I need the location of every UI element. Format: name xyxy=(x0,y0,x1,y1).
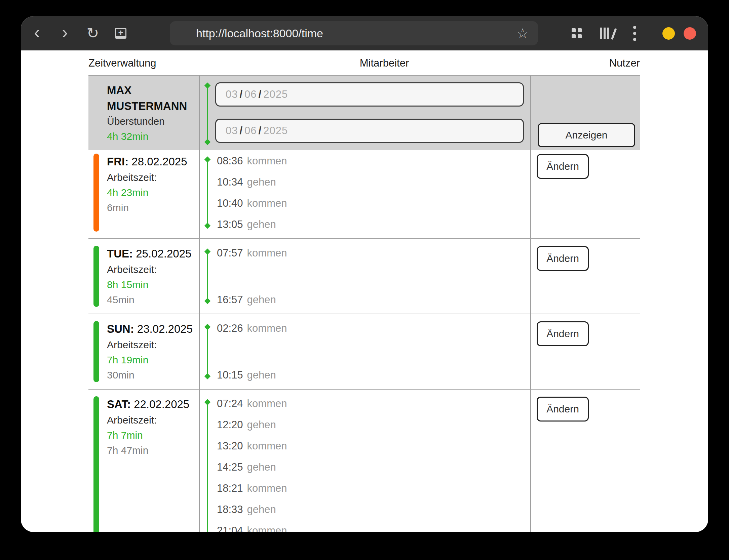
entry-type: kommen xyxy=(247,197,287,209)
day-date: 23.02.2025 xyxy=(137,323,193,335)
date-to-day: 06 xyxy=(244,125,257,137)
menu-kebab-button[interactable] xyxy=(633,26,636,41)
time-entry: 02:26kommen xyxy=(200,318,530,339)
entry-time: 18:21 xyxy=(217,482,243,494)
time-entry: 14:25gehen xyxy=(200,456,530,478)
entry-time: 12:20 xyxy=(217,419,243,431)
time-entries: 02:26kommen10:15gehen xyxy=(200,318,530,386)
tab-overview-button[interactable] xyxy=(572,28,582,38)
day-timeline xyxy=(207,251,208,302)
day-row: TUE: 25.02.2025 Arbeitszeit: 8h 15min 45… xyxy=(88,239,640,314)
day-timeline xyxy=(207,326,208,377)
pause-value: 6min xyxy=(107,200,199,215)
entry-type: kommen xyxy=(247,247,287,259)
nav-mitarbeiter[interactable]: Mitarbeiter xyxy=(360,57,409,69)
aendern-button[interactable]: Ändern xyxy=(537,321,589,346)
day-date: 25.02.2025 xyxy=(136,247,191,260)
time-entry: 13:05gehen xyxy=(200,214,530,235)
date-to-month: 03 xyxy=(226,125,238,137)
time-entry: 16:57gehen xyxy=(200,289,530,310)
entry-type: kommen xyxy=(247,398,287,410)
worktime-value: 7h 7min xyxy=(107,428,199,443)
entry-time: 16:57 xyxy=(217,294,243,306)
filter-action-cell: Anzeigen xyxy=(530,76,640,150)
entry-time: 14:25 xyxy=(217,461,243,473)
bookmark-star-button[interactable]: ☆ xyxy=(516,27,529,40)
date-to-year: 2025 xyxy=(263,125,288,137)
time-table: MAX MUSTERMANN Überstunden 4h 32min 03/0… xyxy=(88,75,640,532)
aendern-button[interactable]: Ändern xyxy=(537,397,589,422)
entry-type: gehen xyxy=(247,504,276,516)
time-entry: 07:24kommen xyxy=(200,393,530,414)
date-from-day: 06 xyxy=(244,88,257,101)
day-row: SAT: 22.02.2025 Arbeitszeit: 7h 7min 7h … xyxy=(88,390,640,532)
worktime-label: Arbeitszeit: xyxy=(107,337,199,353)
date-from-month: 03 xyxy=(226,88,238,101)
anzeigen-button[interactable]: Anzeigen xyxy=(538,123,635,147)
day-title: TUE: 25.02.2025 xyxy=(107,246,199,262)
day-summary-cell: TUE: 25.02.2025 Arbeitszeit: 8h 15min 45… xyxy=(88,239,199,314)
minimize-button[interactable] xyxy=(662,27,675,40)
employee-name-line2: MUSTERMANN xyxy=(107,98,199,114)
time-entry: 08:36kommen xyxy=(200,150,530,171)
nav-zeitverwaltung[interactable]: Zeitverwaltung xyxy=(88,57,156,69)
pause-value: 30min xyxy=(107,367,199,383)
page-content: Zeitverwaltung Mitarbeiter Nutzer MAX MU… xyxy=(21,50,708,532)
day-action-cell: Ändern xyxy=(530,239,640,314)
day-summary-cell: SAT: 22.02.2025 Arbeitszeit: 7h 7min 7h … xyxy=(88,390,199,532)
entry-time: 10:40 xyxy=(217,197,243,209)
overtime-label: Überstunden xyxy=(107,114,199,129)
library-button[interactable] xyxy=(600,28,613,39)
entry-time: 13:20 xyxy=(217,440,243,452)
overtime-value: 4h 32min xyxy=(107,129,199,144)
entry-type: kommen xyxy=(247,155,287,167)
browser-window: ‹ › ↻ + http://localhost:8000/time ☆ xyxy=(21,16,708,532)
time-entries-cell: 07:24kommen12:20gehen13:20kommen14:25geh… xyxy=(199,390,530,532)
back-button[interactable]: ‹ xyxy=(26,21,48,45)
entry-type: gehen xyxy=(247,218,276,231)
new-tab-button[interactable]: + xyxy=(110,21,132,45)
reload-button[interactable]: ↻ xyxy=(82,21,104,45)
time-entries: 07:57kommen16:57gehen xyxy=(200,242,530,310)
worktime-label: Arbeitszeit: xyxy=(107,170,199,185)
time-entry: 10:15gehen xyxy=(200,364,530,386)
entry-time: 10:34 xyxy=(217,176,243,188)
entry-type: gehen xyxy=(247,461,276,473)
day-action-cell: Ändern xyxy=(530,147,640,238)
close-button[interactable] xyxy=(684,27,696,40)
entry-time: 18:33 xyxy=(217,504,243,516)
nav-nutzer[interactable]: Nutzer xyxy=(609,57,640,69)
day-row: FRI: 28.02.2025 Arbeitszeit: 4h 23min 6m… xyxy=(88,147,640,239)
pause-value: 45min xyxy=(107,292,199,308)
time-entry: 07:57kommen xyxy=(200,242,530,264)
worktime-status-bar xyxy=(93,396,99,532)
time-entry: 18:33gehen xyxy=(200,499,530,520)
date-to-input[interactable]: 03/06/2025 xyxy=(215,119,524,143)
browser-toolbar: ‹ › ↻ + http://localhost:8000/time ☆ xyxy=(21,16,708,50)
day-summary-cell: FRI: 28.02.2025 Arbeitszeit: 4h 23min 6m… xyxy=(88,147,199,238)
date-from-input[interactable]: 03/06/2025 xyxy=(215,82,524,107)
date-filter-cell: 03/06/2025 03/06/2025 xyxy=(199,76,530,150)
entry-type: gehen xyxy=(247,176,276,188)
entry-time: 13:05 xyxy=(217,218,243,231)
url-text: http://localhost:8000/time xyxy=(196,27,323,40)
time-entries-cell: 02:26kommen10:15gehen xyxy=(199,314,530,389)
entry-time: 21:04 xyxy=(217,525,243,532)
aendern-button[interactable]: Ändern xyxy=(537,246,589,271)
star-icon: ☆ xyxy=(516,26,529,41)
day-title: SUN: 23.02.2025 xyxy=(107,321,199,337)
day-date: 22.02.2025 xyxy=(134,398,189,410)
reload-icon: ↻ xyxy=(87,26,99,41)
forward-button[interactable]: › xyxy=(54,21,76,45)
aendern-button[interactable]: Ändern xyxy=(537,154,589,179)
address-bar[interactable]: http://localhost:8000/time ☆ xyxy=(170,21,538,45)
day-row: SUN: 23.02.2025 Arbeitszeit: 7h 19min 30… xyxy=(88,314,640,390)
time-entry: 12:20gehen xyxy=(200,414,530,435)
entry-type: kommen xyxy=(247,440,287,452)
new-tab-icon: + xyxy=(115,28,126,39)
time-entry: 10:34gehen xyxy=(200,171,530,193)
worktime-value: 7h 19min xyxy=(107,353,199,367)
day-action-cell: Ändern xyxy=(530,314,640,389)
time-entry: 18:21kommen xyxy=(200,478,530,499)
day-timeline xyxy=(207,402,208,532)
